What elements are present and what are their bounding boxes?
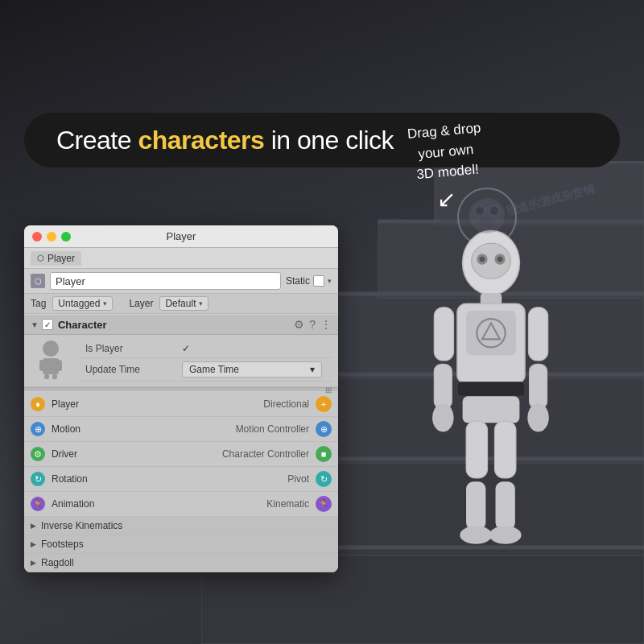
update-time-value: Game Time [189, 364, 239, 375]
component-action-icons: ⚙ ? ⋮ [294, 318, 332, 331]
tag-dropdown[interactable]: Untagged ▾ [52, 296, 113, 311]
is-player-label: Is Player [85, 343, 182, 354]
svg-rect-27 [528, 308, 547, 361]
static-toggle[interactable]: Static ▾ [286, 275, 332, 287]
close-button[interactable] [32, 232, 42, 242]
tag-label: Tag [31, 298, 46, 309]
module-row-motion: ⊕ Motion Motion Controller ⊕ [24, 417, 338, 442]
module-row-animation: 🏃 Animation Kinematic 🏃 [24, 492, 338, 517]
svg-rect-22 [457, 382, 525, 397]
static-checkbox[interactable] [313, 275, 324, 287]
svg-rect-34 [496, 481, 515, 530]
svg-rect-31 [466, 481, 485, 530]
driver-module-value: Character Controller [222, 448, 309, 460]
rotation-module-icon: ↻ [31, 472, 45, 486]
callout-arrow: ↙ [409, 186, 483, 213]
menu-icon[interactable]: ⋮ [320, 318, 332, 331]
prop-update-time: Update Time Game Time ▾ [79, 358, 332, 382]
svg-rect-45 [39, 360, 44, 371]
svg-rect-33 [494, 421, 516, 478]
collapse-arrow-ik: ▶ [31, 522, 36, 530]
svg-point-26 [432, 403, 454, 431]
svg-rect-44 [43, 358, 59, 374]
svg-point-42 [479, 217, 495, 228]
static-dropdown-arrow: ▾ [328, 277, 332, 285]
svg-point-17 [497, 257, 503, 262]
player-module-value: Directional [263, 398, 309, 410]
layer-label: Layer [129, 298, 153, 309]
driver-module-label: Driver [52, 448, 222, 460]
driver-module-end-icon: ■ [316, 446, 332, 462]
animation-module-icon: 🏃 [31, 497, 45, 511]
svg-rect-24 [434, 308, 453, 361]
component-enabled-checkbox[interactable]: ✓ [42, 319, 53, 330]
tab-row: ⬡ Player [24, 248, 338, 269]
rotation-module-value: Pivot [287, 473, 309, 485]
player-module-label: Player [52, 398, 263, 410]
layer-value: Default [165, 298, 196, 309]
layer-dropdown[interactable]: Default ▾ [159, 296, 208, 311]
component-name-label: Character [58, 319, 294, 331]
object-header: ⬡ Player Static ▾ [24, 269, 338, 294]
svg-rect-30 [466, 421, 488, 478]
player-module-icon: ♦ [31, 397, 45, 411]
collapse-label-ik: Inverse Kinematics [41, 520, 122, 531]
motion-module-value: Motion Controller [236, 423, 309, 435]
collapse-arrow-ragdoll: ▶ [31, 559, 36, 567]
component-header-character[interactable]: ▼ ✓ Character ⚙ ? ⋮ [24, 314, 338, 335]
svg-point-43 [43, 341, 59, 357]
svg-rect-47 [44, 374, 49, 379]
collapse-inverse-kinematics[interactable]: ▶ Inverse Kinematics [24, 517, 338, 535]
collapse-label-footsteps: Footsteps [41, 539, 84, 550]
inspector-panel: Player ⬡ Player ⬡ Player Static ▾ Tag Un… [24, 225, 338, 572]
motion-module-label: Motion [52, 423, 236, 435]
module-row-driver: ⚙ Driver Character Controller ■ [24, 442, 338, 467]
character-icon [31, 340, 71, 380]
header-text-bold: characters [138, 126, 264, 155]
static-label: Static [286, 275, 310, 287]
panel-title: Player [167, 230, 196, 242]
collapse-footsteps[interactable]: ▶ Footsteps [24, 535, 338, 554]
svg-point-32 [460, 526, 492, 544]
component-toggle: ▼ [31, 320, 39, 329]
minimize-button[interactable] [47, 232, 56, 242]
robot-character [378, 225, 604, 564]
header-text: Create characters in one click [56, 126, 394, 155]
tag-value: Untagged [58, 298, 100, 309]
header-banner: Create characters in one click [24, 113, 620, 167]
object-name-value: Player [56, 275, 85, 287]
header-text-after: in one click [264, 126, 394, 155]
help-icon[interactable]: ? [309, 318, 316, 331]
motion-module-icon: ⊕ [31, 422, 45, 436]
is-player-value: ✓ [182, 343, 190, 354]
tab-label: Player [47, 253, 75, 264]
object-name-field[interactable]: Player [50, 272, 281, 290]
module-list: ♦ Player Directional + ⊕ Motion Motion C… [24, 392, 338, 517]
tab-icon: ⬡ [37, 254, 44, 262]
update-time-label: Update Time [85, 364, 182, 375]
driver-module-icon: ⚙ [31, 447, 45, 461]
title-bar-buttons [32, 232, 71, 242]
collapse-arrow-footsteps: ▶ [31, 540, 36, 548]
callout-box: Drag & dropyour own3D model! ↙ [409, 121, 483, 213]
collapse-ragdoll[interactable]: ▶ Ragdoll [24, 554, 338, 572]
animation-module-label: Animation [52, 498, 266, 510]
header-text-normal: Create [56, 126, 138, 155]
maximize-button[interactable] [61, 232, 71, 242]
player-tab[interactable]: ⬡ Player [31, 251, 81, 266]
module-row-player: ♦ Player Directional + [24, 392, 338, 417]
svg-rect-46 [57, 360, 62, 371]
settings-icon[interactable]: ⚙ [294, 318, 304, 331]
animation-module-end-icon: 🏃 [316, 496, 332, 512]
module-row-rotation: ↻ Rotation Pivot ↻ [24, 467, 338, 492]
rotation-module-label: Rotation [52, 473, 287, 485]
character-icon-area: Is Player ✓ Update Time Game Time ▾ [24, 335, 338, 387]
prop-is-player: Is Player ✓ [79, 340, 332, 358]
dropdown-arrow-icon: ▾ [310, 364, 315, 375]
update-time-dropdown[interactable]: Game Time ▾ [182, 361, 322, 378]
svg-point-41 [490, 207, 498, 215]
svg-rect-28 [530, 364, 547, 408]
filter-icon: ⊞ [325, 386, 332, 394]
player-module-end-icon: + [316, 396, 332, 412]
svg-rect-25 [434, 364, 452, 408]
